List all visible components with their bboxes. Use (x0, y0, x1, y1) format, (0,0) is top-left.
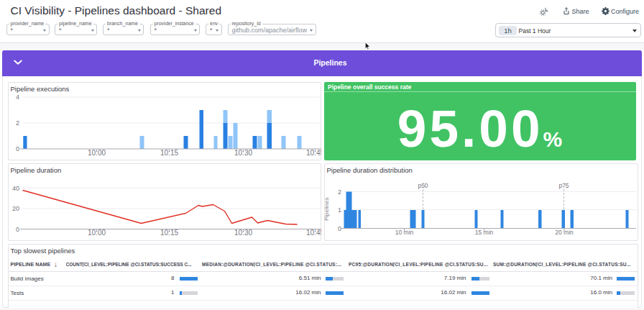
svg-text:15 min: 15 min (474, 229, 493, 236)
svg-text:10:45: 10:45 (305, 149, 321, 157)
svg-text:10 min: 10 min (395, 229, 413, 236)
svg-text:2: 2 (337, 188, 341, 195)
svg-text:20 min: 20 min (555, 229, 574, 236)
svg-text:10:00: 10:00 (87, 149, 105, 157)
svg-text:1: 1 (337, 206, 341, 213)
svg-text:20: 20 (12, 205, 19, 212)
svg-text:Pipelines: Pipelines (324, 197, 330, 220)
svg-text:40: 40 (12, 184, 19, 191)
svg-text:0: 0 (15, 225, 19, 232)
svg-text:0: 0 (15, 145, 19, 152)
svg-text:10:30: 10:30 (234, 229, 252, 237)
svg-text:p75: p75 (558, 182, 569, 189)
svg-text:0: 0 (337, 224, 341, 232)
svg-text:p50: p50 (418, 182, 428, 189)
svg-text:10:00: 10:00 (87, 229, 105, 237)
svg-text:4: 4 (15, 94, 19, 101)
svg-text:10:15: 10:15 (160, 229, 178, 237)
svg-text:10:15: 10:15 (160, 149, 178, 157)
svg-text:10:45: 10:45 (305, 229, 321, 237)
svg-text:2: 2 (15, 119, 19, 127)
svg-text:10:30: 10:30 (234, 149, 252, 157)
